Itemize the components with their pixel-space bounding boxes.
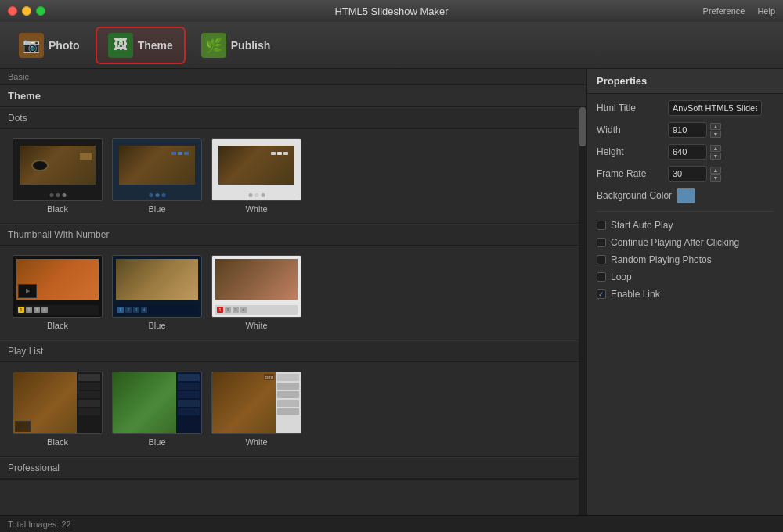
playlist-blue-preview	[112, 372, 202, 434]
menu-preference[interactable]: Preference	[703, 6, 745, 16]
frame-rate-spinner: ▲ ▼	[710, 167, 721, 182]
auto-play-row: Start Auto Play	[597, 220, 774, 231]
continue-playing-row: Continue Playing After Clicking	[597, 237, 774, 248]
theme-playlist-white[interactable]: Bird	[211, 372, 301, 447]
dots-black-label: Black	[47, 204, 68, 214]
close-button[interactable]	[8, 6, 17, 16]
enable-link-label: Enable Link	[611, 289, 660, 300]
thumb-black-preview: ▶ 1 2 3 4	[13, 255, 103, 318]
height-row: Height ▲ ▼	[597, 144, 774, 160]
enable-link-checkbox[interactable]	[597, 289, 606, 299]
maximize-button[interactable]	[36, 6, 45, 16]
tab-theme[interactable]: 🖼 Theme	[96, 27, 186, 64]
width-label: Width	[597, 124, 663, 135]
category-playlist: Play List	[0, 340, 579, 457]
theme-thumb-black[interactable]: ▶ 1 2 3 4	[13, 255, 103, 330]
width-up-arrow[interactable]: ▲	[710, 123, 721, 130]
category-professional: Professional	[0, 457, 579, 480]
theme-panel: Theme Dots	[0, 85, 586, 515]
frame-rate-down-arrow[interactable]: ▼	[710, 174, 721, 182]
app-title: HTML5 Slideshow Maker	[334, 5, 448, 17]
width-input[interactable]	[668, 122, 707, 138]
titlebar: HTML5 Slideshow Maker Preference Help	[0, 0, 783, 22]
continue-playing-label: Continue Playing After Clicking	[611, 237, 739, 248]
thumb-number-row: ▶ 1 2 3 4	[0, 246, 579, 340]
tab-photo[interactable]: 📷 Photo	[6, 27, 92, 64]
theme-playlist-black[interactable]: Black	[13, 372, 103, 447]
height-label: Height	[597, 146, 663, 157]
html-title-input[interactable]	[668, 100, 762, 116]
continue-playing-checkbox[interactable]	[597, 238, 606, 247]
auto-play-checkbox[interactable]	[597, 221, 606, 230]
theme-dots-white[interactable]: White	[211, 138, 301, 214]
loop-label: Loop	[611, 271, 632, 282]
bg-color-row: Background Color	[597, 188, 774, 203]
category-thumbnail-number: Thumbnail With Number ▶	[0, 224, 579, 340]
menu-help[interactable]: Help	[757, 6, 775, 16]
publish-icon: 🌿	[201, 33, 226, 58]
width-spinner: ▲ ▼	[710, 123, 721, 138]
theme-icon: 🖼	[108, 33, 133, 58]
toolbar: 📷 Photo 🖼 Theme 🌿 Publish	[0, 22, 783, 69]
height-spinner: ▲ ▼	[710, 145, 721, 160]
frame-rate-input[interactable]	[668, 166, 707, 182]
thumbnail-number-title: Thumbnail With Number	[0, 224, 579, 246]
statusbar: Total Images: 22	[0, 515, 783, 532]
publish-label: Publish	[231, 39, 271, 52]
theme-thumb-blue[interactable]: 1 2 3 4 Blue	[112, 255, 202, 330]
section-basic: Basic	[0, 69, 586, 85]
dots-blue-label: Blue	[148, 204, 165, 214]
thumb-black-label: Black	[47, 321, 68, 330]
theme-scroll-container: Dots	[0, 107, 586, 515]
dots-blue-preview	[112, 138, 202, 201]
left-panel: Basic Theme Dots	[0, 69, 587, 515]
frame-rate-row: Frame Rate ▲ ▼	[597, 166, 774, 182]
photo-label: Photo	[49, 39, 80, 52]
photo-icon: 📷	[19, 33, 44, 58]
playlist-white-preview: Bird	[211, 372, 301, 434]
html-title-row: Html Title	[597, 100, 774, 116]
bg-color-label: Background Color	[597, 190, 672, 201]
theme-playlist-blue[interactable]: Blue	[112, 372, 202, 447]
dots-white-preview	[211, 138, 301, 201]
loop-row: Loop	[597, 271, 774, 282]
width-row: Width ▲ ▼	[597, 122, 774, 138]
theme-scroll-inner[interactable]: Dots	[0, 107, 579, 515]
dots-thumbnails-row: Black	[0, 129, 579, 223]
properties-body: Html Title Width ▲ ▼ Height ▲ ▼	[587, 94, 783, 515]
tab-publish[interactable]: 🌿 Publish	[189, 27, 283, 64]
random-playing-row: Random Playing Photos	[597, 254, 774, 265]
minimize-button[interactable]	[22, 6, 31, 16]
playlist-white-label: White	[245, 437, 267, 447]
theme-dots-blue[interactable]: Blue	[112, 138, 202, 214]
thumb-blue-preview: 1 2 3 4	[112, 255, 202, 318]
category-dots-title: Dots	[0, 107, 579, 129]
frame-rate-up-arrow[interactable]: ▲	[710, 167, 721, 174]
random-playing-label: Random Playing Photos	[611, 254, 712, 265]
category-dots: Dots	[0, 107, 579, 224]
playlist-black-preview	[13, 372, 103, 434]
theme-scrollbar-thumb[interactable]	[579, 107, 586, 146]
random-playing-checkbox[interactable]	[597, 255, 606, 264]
menu-bar: Preference Help	[703, 6, 775, 16]
theme-dots-black[interactable]: Black	[13, 138, 103, 214]
playlist-title: Play List	[0, 340, 579, 362]
theme-thumb-white[interactable]: 1 2 3 4 White	[211, 255, 301, 330]
thumb-white-label: White	[245, 321, 267, 330]
height-down-arrow[interactable]: ▼	[710, 153, 721, 160]
statusbar-text: Total Images: 22	[8, 519, 71, 529]
height-input[interactable]	[668, 144, 707, 160]
bg-color-swatch[interactable]	[677, 188, 695, 203]
divider-1	[597, 211, 774, 212]
enable-link-row: Enable Link	[597, 289, 774, 300]
loop-checkbox[interactable]	[597, 272, 606, 282]
dots-white-label: White	[245, 204, 267, 214]
theme-scrollbar[interactable]	[579, 107, 586, 515]
window-controls	[8, 6, 45, 16]
main-area: Basic Theme Dots	[0, 69, 783, 515]
html-title-label: Html Title	[597, 102, 663, 113]
width-down-arrow[interactable]: ▼	[710, 131, 721, 138]
playlist-row: Black	[0, 362, 579, 456]
height-up-arrow[interactable]: ▲	[710, 145, 721, 152]
playlist-black-label: Black	[47, 437, 68, 447]
